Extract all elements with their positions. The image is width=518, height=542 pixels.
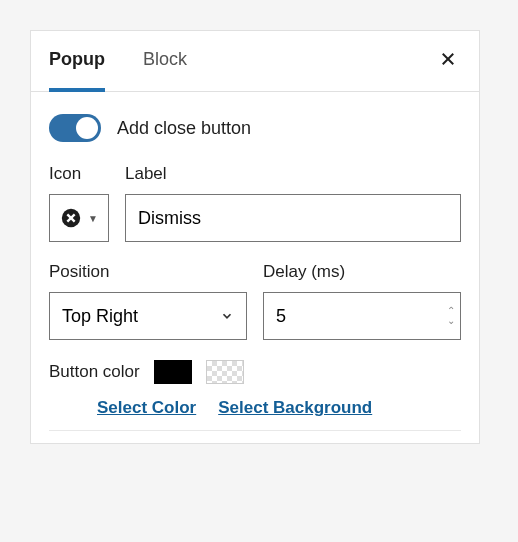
label-col: Label	[125, 164, 461, 242]
stepper-down-icon: ⌄	[447, 316, 455, 326]
position-select[interactable]: Top Right	[49, 292, 247, 340]
icon-field-label: Icon	[49, 164, 109, 184]
close-panel-button[interactable]	[435, 34, 461, 88]
dismiss-circle-icon	[60, 207, 82, 229]
label-field-label: Label	[125, 164, 461, 184]
position-field-label: Position	[49, 262, 247, 282]
tab-block[interactable]: Block	[143, 31, 187, 92]
caret-down-icon: ▼	[88, 213, 98, 224]
add-close-button-label: Add close button	[117, 118, 251, 139]
select-color-link[interactable]: Select Color	[97, 398, 196, 418]
section-divider	[49, 430, 461, 431]
color-links-row: Select Color Select Background	[49, 398, 461, 418]
close-icon	[439, 50, 457, 68]
tab-bar: Popup Block	[31, 31, 479, 92]
button-color-label: Button color	[49, 362, 140, 382]
tab-popup[interactable]: Popup	[49, 31, 105, 92]
add-close-button-row: Add close button	[49, 114, 461, 142]
label-input[interactable]	[125, 194, 461, 242]
color-swatch-foreground[interactable]	[154, 360, 192, 384]
icon-label-row: Icon ▼ Label	[49, 164, 461, 242]
icon-col: Icon ▼	[49, 164, 109, 242]
panel-body: Add close button Icon ▼ Label Position T…	[31, 92, 479, 443]
select-background-link[interactable]: Select Background	[218, 398, 372, 418]
position-delay-row: Position Top Right Delay (ms) ⌃ ⌄	[49, 262, 461, 340]
color-swatch-background[interactable]	[206, 360, 244, 384]
add-close-button-toggle[interactable]	[49, 114, 101, 142]
delay-stepper[interactable]: ⌃ ⌄	[447, 306, 455, 326]
delay-col: Delay (ms) ⌃ ⌄	[263, 262, 461, 340]
delay-input-wrap: ⌃ ⌄	[263, 292, 461, 340]
settings-panel: Popup Block Add close button Icon ▼ Labe…	[30, 30, 480, 444]
button-color-row: Button color	[49, 360, 461, 384]
icon-picker[interactable]: ▼	[49, 194, 109, 242]
delay-field-label: Delay (ms)	[263, 262, 461, 282]
position-col: Position Top Right	[49, 262, 247, 340]
delay-input[interactable]	[263, 292, 461, 340]
